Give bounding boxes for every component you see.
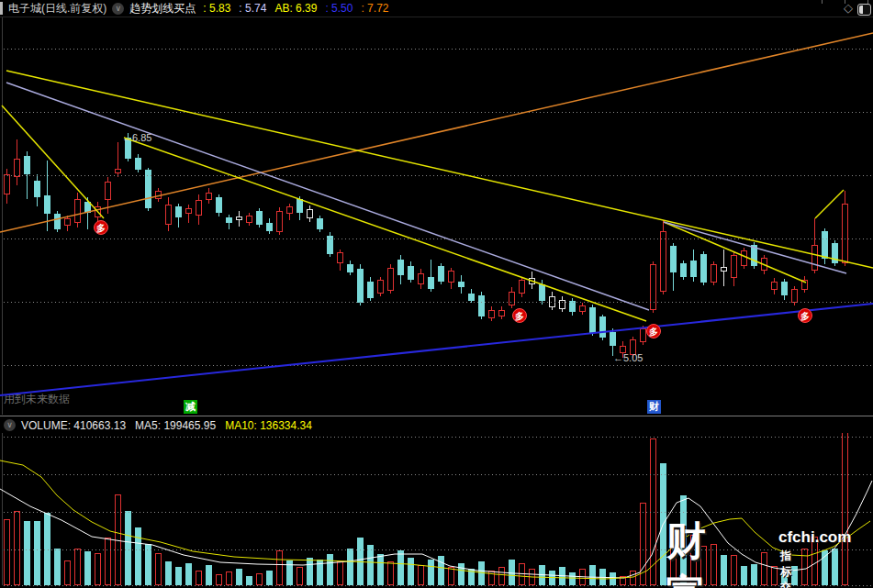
volume-bar (680, 495, 687, 585)
candle (559, 300, 565, 309)
candle (640, 328, 646, 342)
future-data-note: 用到未来数据 (4, 392, 70, 407)
candle (266, 223, 273, 231)
candle (185, 208, 192, 214)
candle (791, 289, 798, 303)
volume-bar (448, 567, 454, 585)
volume-bar (377, 554, 384, 585)
volume-bar (599, 569, 606, 585)
volume-bar (822, 550, 828, 585)
candle (44, 195, 50, 214)
candle (771, 282, 778, 290)
pane-separator (0, 416, 873, 416)
candle (347, 264, 353, 272)
volume-bar (811, 537, 818, 585)
volume-bar (145, 544, 151, 585)
candle (4, 174, 10, 194)
volume-bar (438, 556, 444, 585)
volume-bar (357, 538, 364, 585)
candle (711, 264, 717, 283)
top-info-bar: 电子城(日线.前复权) ∨ 趋势划线买点 : 5.83 : 5.74 AB: 6… (0, 0, 873, 17)
candle (317, 218, 323, 229)
volume-bar (4, 519, 10, 585)
volume-bar (286, 560, 293, 585)
candle (286, 206, 293, 214)
volume-bar (519, 563, 525, 585)
candle (660, 231, 666, 292)
volume-bar (640, 503, 646, 585)
volume-bar (236, 569, 242, 585)
candle (579, 305, 586, 312)
volume-bar (327, 554, 333, 585)
candle (539, 284, 545, 301)
volume-bar (54, 549, 61, 585)
candle (24, 156, 30, 174)
volume-bar (700, 546, 707, 585)
volume-bar (84, 551, 91, 585)
volume-bar (155, 553, 162, 585)
volume-bar (801, 549, 808, 585)
candle (236, 216, 242, 220)
candle (498, 310, 505, 316)
candle (428, 277, 434, 289)
diamond-icon[interactable]: ◇ (844, 1, 853, 15)
volume-bar (95, 553, 101, 585)
volume-bar (731, 555, 737, 585)
volume-bar (206, 565, 212, 585)
volume-bar (569, 572, 576, 585)
candle (589, 307, 596, 333)
volume-bar (589, 565, 596, 585)
volume-bar (34, 521, 40, 585)
volume-bar (670, 526, 677, 585)
volume-bar (458, 563, 464, 585)
candle (226, 217, 232, 223)
volume-bar (549, 571, 555, 585)
volume-bar (165, 561, 172, 585)
volume-bar (317, 560, 323, 585)
candle (761, 258, 767, 271)
candle (488, 310, 495, 318)
volume-bar (397, 550, 404, 585)
volume-bar (418, 565, 424, 585)
volume-bar (751, 564, 757, 585)
volume-bar (660, 463, 666, 585)
volume-bar (185, 563, 192, 585)
candle (478, 295, 485, 316)
candle (448, 271, 454, 283)
volume-bar (408, 558, 414, 585)
volume-bar (196, 571, 202, 585)
candle (822, 231, 828, 259)
volume-bar (428, 560, 434, 585)
chevron-down-icon[interactable]: ∨ (112, 3, 124, 15)
volume-bar (135, 527, 141, 585)
candle (246, 216, 252, 223)
candle (832, 243, 838, 263)
volume-bar (690, 535, 697, 585)
volume-bar (115, 494, 121, 585)
ruler-tick (822, 0, 823, 4)
price-chart-pane[interactable] (0, 0, 873, 588)
volume-info-bar: ∨ VOLUME: 410663.13 MA5: 199465.95 MA10:… (0, 417, 873, 433)
candle (418, 273, 424, 284)
indicator-value-1: : 5.83 (203, 2, 230, 15)
volume-bar (14, 511, 20, 585)
candle (125, 138, 131, 159)
candle (721, 267, 727, 272)
volume-bar (347, 549, 353, 585)
candle (680, 263, 687, 277)
volume-bar (791, 566, 798, 585)
volume-bar (64, 560, 71, 585)
volume-bar (509, 560, 515, 585)
candle (175, 206, 182, 217)
candle (397, 260, 404, 275)
volume-bar (832, 549, 838, 585)
volume-bar (226, 571, 232, 585)
candle (509, 292, 515, 305)
volume-bar (721, 555, 727, 585)
indicator-name[interactable]: 趋势划线买点 (129, 1, 196, 17)
candle (468, 294, 475, 301)
volume-bar (529, 569, 535, 585)
chevron-down-icon[interactable]: ∨ (4, 419, 16, 431)
volume-bar (620, 576, 626, 585)
window-icon[interactable] (857, 4, 871, 16)
